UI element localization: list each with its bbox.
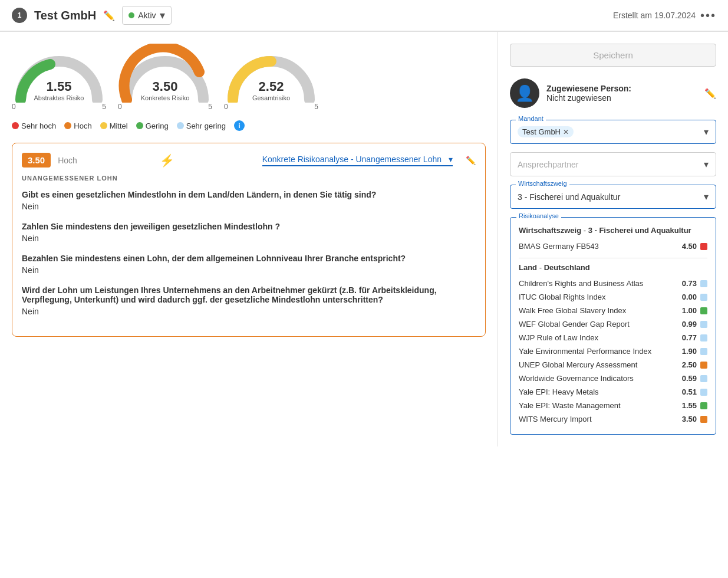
main-content: 1.55 Abstraktes Risiko 0 5 3.50 Konkrete… (0, 32, 728, 446)
risk-card: 3.50 Hoch ⚡ Konkrete Risikoanalyse - Una… (12, 143, 486, 337)
question-3: Bezahlen Sie mindestens einen Lohn, der … (22, 254, 476, 275)
total-gauge-svg: 2.52 Gesamtrisiko (224, 44, 318, 103)
app-header: 1 Test GmbH ✏️ Aktiv ▾ Erstellt am 19.07… (0, 0, 728, 31)
index-row-2: Walk Free Global Slavery Index 1.00 (519, 304, 707, 317)
risk-type-selector[interactable]: Konkrete Risikoanalyse - Unangemessener … (262, 155, 453, 166)
index-score-6: 2.50 (682, 360, 697, 369)
sehr-gering-dot (177, 122, 184, 129)
risk-level-label: Hoch (58, 156, 77, 165)
index-row-0: Children's Rights and Business Atlas 0.7… (519, 277, 707, 290)
risiko-wirtschaftszweig-row: Wirtschaftszweig - 3 - Fischerei und Aqu… (519, 226, 707, 235)
wirtschaftszweig-dropdown[interactable]: 3 - Fischerei und Aquakultur ▾ (510, 185, 716, 209)
legend: Sehr hoch Hoch Mittel Gering Sehr gering… (12, 120, 486, 131)
mandant-dropdown[interactable]: Test GmbH ✕ ▾ (510, 120, 716, 144)
assigned-person-row: 👤 Zugewiesene Person: Nicht zugewiesen ✏… (510, 78, 716, 108)
question-2: Zahlen Sie mindestens den jeweiligen ges… (22, 222, 476, 243)
legend-gering-label: Gering (146, 121, 169, 130)
question-4-text: Wird der Lohn um Leistungen Ihres Untern… (22, 285, 476, 304)
legend-info-button[interactable]: i (234, 120, 245, 131)
index-row-6: UNEP Global Mercury Assessment 2.50 (519, 358, 707, 372)
risk-card-header: 3.50 Hoch ⚡ Konkrete Risikoanalyse - Una… (22, 153, 476, 168)
svg-text:Konkretes Risiko: Konkretes Risiko (141, 94, 190, 101)
left-panel: 1.55 Abstraktes Risiko 0 5 3.50 Konkrete… (0, 32, 498, 446)
ansprechpartner-dropdown[interactable]: Ansprechpartner ▾ (510, 152, 716, 176)
total-gauge-labels: 0 5 (224, 103, 318, 111)
index-name-10: WITS Mercury Import (519, 415, 682, 423)
svg-text:2.52: 2.52 (259, 79, 284, 94)
index-indicator-7 (700, 375, 707, 382)
abstract-gauge-svg: 1.55 Abstraktes Risiko (12, 44, 106, 103)
abstract-risk-gauge: 1.55 Abstraktes Risiko 0 5 (12, 44, 106, 111)
gauges-row: 1.55 Abstraktes Risiko 0 5 3.50 Konkrete… (12, 44, 486, 111)
land-row: Land - Deutschland (519, 263, 707, 272)
legend-sehr-gering-label: Sehr gering (186, 121, 226, 130)
status-chevron-icon: ▾ (160, 9, 165, 22)
abstract-max-label: 5 (102, 103, 106, 111)
legend-mittel: Mittel (100, 121, 128, 130)
legend-gering: Gering (136, 121, 169, 130)
indices-list: Children's Rights and Business Atlas 0.7… (519, 277, 707, 426)
bmas-score: 4.50 (682, 242, 697, 251)
index-name-3: WEF Global Gender Gap Report (519, 320, 682, 329)
legend-sehr-hoch-label: Sehr hoch (21, 121, 56, 130)
question-1: Gibt es einen gesetzlichen Mindestlohn i… (22, 190, 476, 211)
index-name-2: Walk Free Global Slavery Index (519, 306, 682, 315)
total-max-label: 5 (314, 103, 318, 111)
index-score-4: 0.77 (682, 333, 697, 342)
legend-hoch-label: Hoch (74, 121, 91, 130)
assigned-edit-icon[interactable]: ✏️ (704, 88, 716, 99)
index-score-10: 3.50 (682, 415, 697, 423)
status-dropdown[interactable]: Aktiv ▾ (122, 6, 171, 25)
mandant-chevron-icon: ▾ (704, 126, 709, 137)
svg-text:Gesamtrisiko: Gesamtrisiko (252, 94, 290, 101)
svg-text:1.55: 1.55 (47, 79, 72, 94)
index-indicator-3 (700, 321, 707, 328)
index-row-8: Yale EPI: Heavy Metals 0.51 (519, 385, 707, 399)
wirtschaftszweig-field: Wirtschaftszweig 3 - Fischerei und Aquak… (510, 185, 716, 209)
bmas-row: BMAS Germany FB543 4.50 (519, 239, 707, 253)
question-2-text: Zahlen Sie mindestens den jeweiligen ges… (22, 222, 476, 231)
index-name-6: UNEP Global Mercury Assessment (519, 360, 682, 369)
index-name-7: Worldwide Governance Indicators (519, 374, 682, 383)
index-name-9: Yale EPI: Waste Management (519, 401, 682, 410)
lightning-icon: ⚡ (160, 153, 174, 168)
index-score-2: 1.00 (682, 306, 697, 315)
index-name-8: Yale EPI: Heavy Metals (519, 387, 682, 396)
index-indicator-8 (700, 389, 707, 396)
land-prefix: Land (519, 263, 537, 272)
index-row-10: WITS Mercury Import 3.50 (519, 412, 707, 426)
abstract-min-label: 0 (12, 103, 16, 111)
answer-1-text: Nein (22, 202, 476, 211)
risiko-divider (519, 258, 707, 258)
index-indicator-5 (700, 348, 707, 355)
gering-dot (136, 122, 143, 129)
risikoanalyse-box: Risikoanalyse Wirtschaftszweig - 3 - Fis… (510, 217, 716, 435)
save-button[interactable]: Speichern (510, 44, 716, 67)
answer-2-text: Nein (22, 234, 476, 243)
concrete-gauge-labels: 0 5 (118, 103, 212, 111)
index-indicator-2 (700, 307, 707, 314)
land-value: Deutschland (544, 263, 590, 272)
index-indicator-6 (700, 362, 707, 369)
question-3-text: Bezahlen Sie mindestens einen Lohn, der … (22, 254, 476, 263)
edit-company-icon[interactable]: ✏️ (103, 10, 115, 21)
mandant-tag-remove-icon[interactable]: ✕ (563, 128, 569, 136)
index-indicator-4 (700, 334, 707, 341)
mandant-tag: Test GmbH ✕ (518, 126, 574, 137)
legend-sehr-gering: Sehr gering (177, 121, 226, 130)
company-name: Test GmbH (34, 9, 96, 22)
more-options-button[interactable]: ••• (700, 9, 716, 22)
index-name-4: WJP Rule of Law Index (519, 333, 682, 342)
index-indicator-0 (700, 280, 707, 287)
index-score-0: 0.73 (682, 279, 697, 288)
risiko-wirtschaftszweig-prefix: Wirtschaftszweig (519, 226, 581, 235)
legend-hoch: Hoch (64, 121, 91, 130)
status-label: Aktiv (138, 11, 156, 20)
mittel-dot (100, 122, 107, 129)
ansprechpartner-label: Ansprechpartner (518, 160, 579, 169)
concrete-min-label: 0 (118, 103, 122, 111)
company-number: 1 (12, 8, 27, 23)
assigned-value: Nicht zugewiesen (546, 93, 697, 103)
answer-4-text: Nein (22, 307, 476, 316)
risk-card-edit-icon[interactable]: ✏️ (466, 156, 476, 165)
